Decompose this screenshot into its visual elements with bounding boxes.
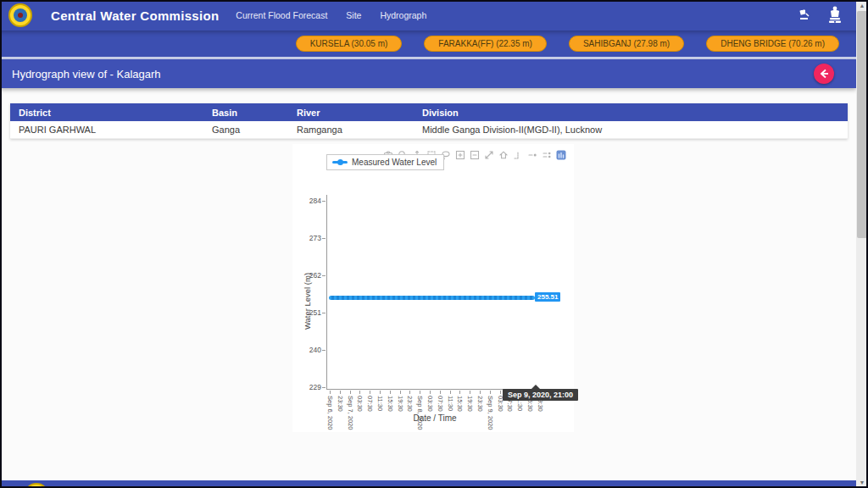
x-tick-mark — [440, 391, 441, 394]
x-tick-label: 11:30 — [447, 396, 454, 411]
x-tick-mark — [500, 391, 501, 394]
x-tick-mark — [480, 391, 481, 394]
logout-icon[interactable] — [795, 5, 814, 25]
x-tick-label: 07:30 — [437, 396, 444, 412]
info-table: DistrictBasinRiverDivision PAURI GARHWAL… — [10, 103, 848, 139]
y-tick-label: 284 — [296, 197, 321, 205]
zoom-out-icon[interactable] — [469, 149, 481, 161]
table-row: PAURI GARHWALGangaRamgangaMiddle Ganga D… — [10, 121, 848, 139]
x-tick-mark — [340, 391, 341, 394]
x-tick-label: Sep 6, 2020 — [326, 396, 334, 430]
nav-link-site[interactable]: Site — [346, 10, 361, 20]
x-tick-label: 11:30 — [376, 396, 384, 411]
x-tick-mark — [490, 391, 491, 394]
reset-axes-icon[interactable] — [498, 149, 509, 161]
x-tick-mark — [459, 391, 460, 394]
y-tick-label: 251 — [296, 308, 321, 317]
station-badge[interactable]: DHENG BRIDGE (70.26 m) — [706, 36, 839, 52]
page-header-bar: Hydrograph view of - Kalagarh — [0, 59, 856, 88]
x-tick-mark — [450, 391, 451, 394]
y-tick-label: 240 — [296, 346, 321, 354]
app-title: Central Water Commission — [51, 8, 219, 23]
y-tick-label: 262 — [296, 271, 321, 280]
nav-links: Current Flood ForecastSiteHydrograph — [236, 10, 426, 20]
x-tick-label: 19:30 — [466, 396, 474, 412]
scrollbar-thumb[interactable] — [857, 11, 867, 238]
x-axis-title: Date / Time — [392, 413, 477, 423]
scrollbar-up-arrow[interactable]: ▲ — [856, 0, 868, 11]
y-tick-mark — [322, 313, 326, 313]
zoom-in-icon[interactable] — [454, 149, 466, 161]
table-header-cell: District — [10, 108, 212, 118]
x-tick-mark — [420, 391, 420, 394]
national-emblem-icon — [826, 5, 844, 25]
x-tick-label: 23:30 — [476, 396, 484, 412]
station-badges-bar: KURSELA (30.05 m)FARAKKA(FF) (22.35 m)SA… — [0, 30, 856, 57]
x-tick-mark — [470, 391, 470, 394]
legend-line-marker-icon — [332, 161, 348, 164]
x-tick-label: Sep 7, 2020 — [347, 396, 354, 430]
y-tick-mark — [322, 387, 326, 388]
x-tick-label: 23:30 — [406, 396, 414, 412]
x-tick-mark — [350, 391, 351, 394]
table-cell: Middle Ganga Division-II(MGD-II), Luckno… — [422, 125, 848, 135]
x-tick-label: 19:30 — [397, 396, 404, 412]
x-tick-mark — [390, 391, 391, 394]
series-end-value-label: 255.51 — [535, 292, 560, 302]
y-tick-label: 273 — [296, 234, 321, 242]
legend-label: Measured Water Level — [352, 158, 437, 167]
station-badge[interactable]: SAHIBGANJ (27.98 m) — [569, 36, 684, 52]
station-badge[interactable]: FARAKKA(FF) (22.35 m) — [424, 36, 547, 52]
toggle-spikelines-icon[interactable] — [512, 149, 524, 161]
station-badge[interactable]: KURSELA (30.05 m) — [296, 36, 403, 52]
hover-tooltip: Sep 9, 2020, 21:00 — [503, 389, 578, 401]
y-tick-mark — [322, 238, 326, 239]
plot-area — [326, 195, 551, 390]
x-tick-label: 23:30 — [337, 396, 344, 412]
x-tick-label: 15:30 — [456, 396, 464, 412]
x-tick-label: 03:30 — [426, 396, 434, 412]
back-button[interactable] — [814, 64, 834, 84]
nav-link-current-flood-forecast[interactable]: Current Flood Forecast — [236, 10, 327, 20]
legend-item-measured-water-level[interactable]: Measured Water Level — [326, 154, 444, 170]
footer-bar — [0, 480, 856, 488]
x-tick-label: Sep 9, 2020 — [487, 396, 494, 430]
table-cell: Ganga — [212, 125, 297, 135]
x-tick-label: 15:30 — [387, 396, 394, 412]
y-tick-mark — [322, 201, 326, 202]
x-tick-mark — [430, 391, 431, 394]
x-tick-mark — [380, 391, 381, 394]
vertical-scrollbar[interactable]: ▲ ▼ — [856, 0, 868, 488]
table-header-cell: Basin — [212, 108, 297, 118]
hover-compare-icon[interactable] — [541, 149, 553, 161]
x-tick-label: 07:30 — [366, 396, 374, 412]
table-header-cell: Division — [422, 108, 848, 118]
scrollbar-down-arrow[interactable]: ▼ — [856, 477, 868, 488]
x-tick-mark — [359, 391, 360, 394]
table-header-row: DistrictBasinRiverDivision — [10, 103, 848, 121]
y-tick-label: 229 — [296, 383, 321, 391]
x-tick-mark — [370, 391, 370, 394]
measured-water-level-line — [329, 296, 535, 300]
table-cell: Ramganga — [297, 125, 422, 135]
cwc-logo-core — [18, 13, 23, 18]
table-header-cell: River — [297, 108, 422, 118]
table-cell: PAURI GARHWAL — [10, 125, 212, 135]
navbar-right — [795, 5, 844, 25]
x-tick-label: 03:30 — [356, 396, 364, 412]
nav-link-hydrograph[interactable]: Hydrograph — [380, 10, 426, 20]
autoscale-icon[interactable] — [483, 149, 495, 161]
plotly-logo-icon[interactable] — [555, 149, 567, 161]
cwc-logo-icon — [8, 3, 32, 27]
x-tick-mark — [330, 391, 331, 394]
page-title: Hydrograph view of - Kalagarh — [12, 68, 161, 80]
y-tick-mark — [322, 275, 326, 276]
hover-closest-icon[interactable] — [526, 149, 538, 161]
x-tick-mark — [400, 391, 401, 394]
hydrograph-chart: Measured Water Level Water Level (m) 284… — [292, 144, 574, 432]
y-tick-mark — [322, 350, 326, 351]
x-tick-mark — [409, 391, 410, 394]
top-navbar: Central Water Commission Current Flood F… — [0, 0, 856, 30]
